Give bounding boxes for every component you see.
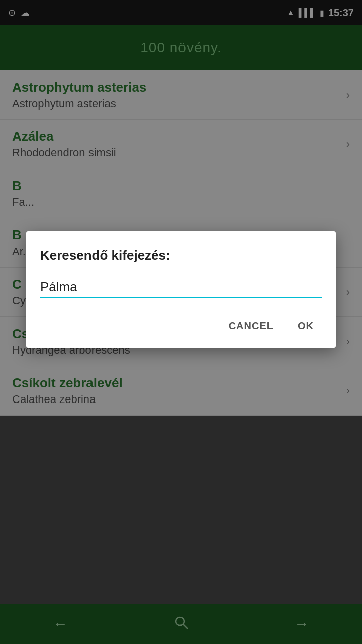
ok-button[interactable]: OK — [290, 314, 322, 338]
search-input[interactable] — [40, 277, 322, 298]
dialog-buttons: CANCEL OK — [40, 314, 322, 338]
search-input-wrapper — [40, 277, 322, 298]
cancel-button[interactable]: CANCEL — [221, 314, 282, 338]
dialog-title: Keresendő kifejezés: — [40, 248, 322, 263]
search-dialog: Keresendő kifejezés: CANCEL OK — [26, 231, 336, 348]
